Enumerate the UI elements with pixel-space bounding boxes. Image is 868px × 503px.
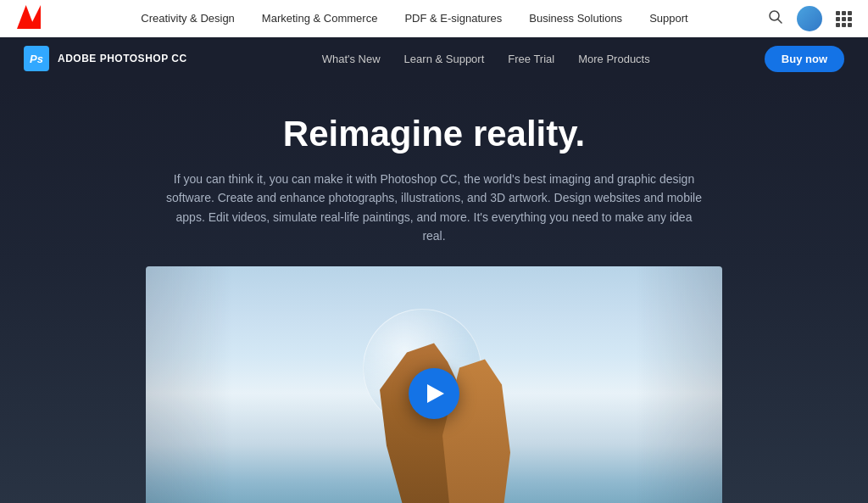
apps-grid-icon[interactable] [836, 11, 851, 26]
product-navigation: Ps ADOBE PHOTOSHOP CC What's New Learn &… [0, 37, 868, 80]
photoshop-logo-container: Ps ADOBE PHOTOSHOP CC [24, 46, 187, 71]
hero-video[interactable] [146, 266, 722, 503]
nav-pdf-esignatures[interactable]: PDF & E-signatures [404, 12, 502, 25]
nav-business-solutions[interactable]: Business Solutions [529, 12, 622, 25]
adobe-logo[interactable] [17, 5, 61, 32]
search-icon[interactable] [768, 9, 783, 28]
svg-line-3 [778, 19, 782, 23]
product-nav-free-trial[interactable]: Free Trial [508, 53, 554, 65]
product-nav-learn-support[interactable]: Learn & Support [404, 53, 485, 65]
top-nav-right [768, 6, 851, 31]
photoshop-icon: Ps [24, 46, 49, 71]
hero-subtitle: If you can think it, you can make it wit… [163, 170, 705, 246]
play-button[interactable] [409, 368, 459, 419]
product-nav-more-products[interactable]: More Products [578, 53, 650, 65]
photoshop-product-title: ADOBE PHOTOSHOP CC [58, 53, 187, 64]
hero-title: Reimagine reality. [17, 114, 851, 154]
hero-section: Reimagine reality. If you can think it, … [0, 80, 868, 503]
nav-creativity-design[interactable]: Creativity & Design [141, 12, 235, 25]
product-nav-links: What's New Learn & Support Free Trial Mo… [208, 53, 765, 65]
product-nav-whats-new[interactable]: What's New [322, 53, 381, 65]
nav-support[interactable]: Support [649, 12, 688, 25]
top-navigation: Creativity & Design Marketing & Commerce… [0, 0, 868, 37]
buy-now-button[interactable]: Buy now [765, 46, 844, 72]
nav-marketing-commerce[interactable]: Marketing & Commerce [262, 12, 378, 25]
user-avatar[interactable] [797, 6, 822, 31]
top-nav-links: Creativity & Design Marketing & Commerce… [61, 12, 768, 25]
play-icon [427, 384, 444, 403]
